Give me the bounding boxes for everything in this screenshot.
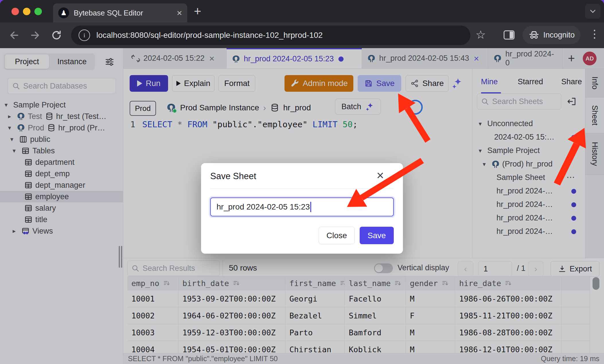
instance-name[interactable]: Prod Sample Instance	[180, 103, 259, 112]
next-page-button[interactable]: ›	[528, 261, 543, 277]
column-header[interactable]: emp_no	[127, 276, 178, 290]
batch-button[interactable]: Batch	[335, 99, 381, 115]
column-header[interactable]: birth_date	[178, 276, 285, 290]
tree-item-dept-emp[interactable]: dept_emp	[0, 168, 123, 179]
column-header[interactable]: last_name	[345, 276, 406, 290]
save-button[interactable]: Save	[358, 75, 401, 92]
tree-item-tables[interactable]: ▾Tables	[0, 145, 123, 156]
search-results-input[interactable]: Search Results	[127, 261, 220, 276]
scrollbar-thumb[interactable]	[593, 277, 599, 290]
search-databases-input[interactable]: Search Databases	[7, 78, 116, 94]
export-button[interactable]: Export	[551, 261, 599, 277]
close-button[interactable]: Close	[319, 227, 355, 244]
caret-down-icon[interactable]: ▾	[483, 161, 491, 168]
tree-item-public[interactable]: ▾public	[0, 134, 123, 145]
caret-down-icon[interactable]: ▾	[8, 124, 17, 131]
tree-item-hr-test-test-[interactable]: ▸Testhr_test (Test…	[0, 111, 123, 122]
tree-item-salary[interactable]: salary	[0, 202, 123, 214]
user-avatar[interactable]: AD	[583, 52, 597, 65]
more-menu-icon[interactable]: ⋯	[566, 172, 575, 182]
close-tab-icon[interactable]: ×	[474, 54, 479, 63]
caret-right-icon[interactable]: ▸	[8, 113, 17, 120]
prev-page-button[interactable]: ‹	[458, 261, 473, 277]
close-tab-icon[interactable]: ×	[177, 8, 182, 17]
editor-tab[interactable]: hr_prod 2024-0	[488, 48, 563, 69]
editor-tab[interactable]: hr_prod 2024-02-05 15:23	[227, 48, 362, 69]
caret-right-icon[interactable]: ▸	[13, 228, 21, 234]
explain-button[interactable]: Explain	[172, 75, 215, 92]
new-editor-tab-button[interactable]: +	[563, 48, 580, 69]
tree-item-department[interactable]: department	[0, 156, 123, 168]
caret-down-icon[interactable]: ▾	[479, 120, 487, 127]
tab-starred[interactable]: Starred	[518, 77, 543, 86]
filter-sliders-icon[interactable]	[104, 57, 115, 67]
tab-project[interactable]: Project	[5, 54, 49, 69]
close-tab-icon[interactable]: ×	[209, 54, 215, 63]
sheet-item[interactable]: 2024-02-05 15:…	[472, 130, 585, 144]
table-row[interactable]: 100021964-06-02T00:00:00ZBezalelSimmelF1…	[127, 307, 590, 324]
sheet-item[interactable]: hr_prod 2024-…	[472, 184, 585, 198]
results-panel: Search Results 50 rows Vertical display …	[123, 258, 604, 353]
table-row[interactable]: 100041954-05-01T00:00:00ZChirstianKoblic…	[127, 341, 590, 353]
forward-icon[interactable]	[30, 30, 41, 41]
database-name[interactable]: hr_prod	[283, 103, 311, 112]
column-header[interactable]: hire_date	[455, 276, 562, 290]
sql-code-line[interactable]: 1 SELECT * FROM "public"."employee" LIMI…	[123, 117, 472, 132]
side-tab-sheet[interactable]: Sheet	[585, 97, 604, 133]
import-sheet-icon[interactable]	[566, 96, 577, 107]
tab-search-button[interactable]	[585, 4, 601, 19]
editor-tab[interactable]: hr_prod 2024-02-05 15:43×	[362, 48, 488, 69]
tree-item-employee[interactable]: employee	[0, 191, 123, 202]
sheet-item[interactable]: hr_prod 2024-…	[472, 225, 585, 238]
caret-down-icon[interactable]: ▾	[5, 101, 13, 108]
column-header[interactable]: gender	[406, 276, 455, 290]
tab-mine[interactable]: Mine	[481, 77, 498, 86]
caret-down-icon[interactable]: ▾	[479, 147, 487, 154]
tab-share[interactable]: Share	[561, 77, 582, 86]
side-panel-icon[interactable]	[504, 30, 515, 40]
close-window-button[interactable]	[11, 8, 19, 15]
sheet-item[interactable]: hr_prod 2024-…	[472, 211, 585, 225]
tree-item-sample-project[interactable]: ▾Sample Project	[0, 99, 123, 111]
back-icon[interactable]	[9, 30, 20, 41]
search-sheets-input[interactable]: Search Sheets	[477, 93, 561, 109]
run-button[interactable]: Run	[130, 75, 168, 92]
admin-mode-button[interactable]: Admin mode	[285, 75, 353, 92]
sheet-item[interactable]: hr_prod 2024-…	[472, 198, 585, 211]
table-row[interactable]: 100011953-09-02T00:00:00ZGeorgiFacelloM1…	[127, 290, 590, 307]
reload-icon[interactable]	[51, 30, 62, 41]
caret-down-icon[interactable]: ▾	[10, 136, 19, 143]
tab-instance[interactable]: Instance	[50, 54, 94, 69]
vertical-display-toggle[interactable]	[374, 263, 393, 273]
side-tab-history[interactable]: History	[585, 133, 604, 175]
editor-tab[interactable]: 2024-02-05 15:22×	[126, 48, 227, 69]
minimize-window-button[interactable]	[23, 8, 30, 15]
sheet-name-input[interactable]: hr_prod 2024-02-05 15:23	[210, 197, 394, 216]
sheet-item[interactable]: Sample Sheet⋯	[472, 171, 585, 184]
format-button[interactable]: Format	[219, 75, 255, 92]
tree-item-title[interactable]: title	[0, 214, 123, 225]
bookmark-star-icon[interactable]: ☆	[476, 28, 486, 41]
new-tab-button[interactable]: +	[194, 4, 201, 18]
sidebar-resize-handle[interactable]	[118, 246, 123, 268]
close-dialog-icon[interactable]: ×	[377, 168, 384, 183]
site-info-icon[interactable]: i	[79, 30, 90, 41]
sheet-item[interactable]: ▾Sample Project	[472, 144, 585, 157]
side-tab-info[interactable]: Info	[585, 69, 604, 97]
url-bar[interactable]: i localhost:8080/sql-editor/prod-sample-…	[71, 26, 470, 45]
browser-menu-icon[interactable]: ⋮	[589, 28, 600, 40]
sheet-item[interactable]: ▾(Prod) hr_prod	[472, 157, 585, 171]
ai-sparkles-icon[interactable]	[451, 77, 463, 89]
maximize-window-button[interactable]	[34, 8, 42, 15]
caret-down-icon[interactable]: ▾	[13, 147, 21, 154]
table-row[interactable]: 100031959-12-03T00:00:00ZPartoBamfordM19…	[127, 324, 590, 341]
page-number-input[interactable]: 1	[478, 261, 512, 277]
column-header[interactable]: first_name	[285, 276, 345, 290]
save-confirm-button[interactable]: Save	[360, 227, 394, 244]
browser-tab[interactable]: ♟ Bytebase SQL Editor ×	[53, 3, 187, 22]
sheet-item[interactable]: ▾Unconnected	[472, 117, 585, 130]
tree-item-hr-prod-pr-[interactable]: ▾Prodhr_prod (Pr…	[0, 122, 123, 134]
tree-item-views[interactable]: ▸Views	[0, 225, 123, 237]
tree-item-dept-manager[interactable]: dept_manager	[0, 179, 123, 191]
share-button[interactable]: Share	[406, 75, 449, 92]
